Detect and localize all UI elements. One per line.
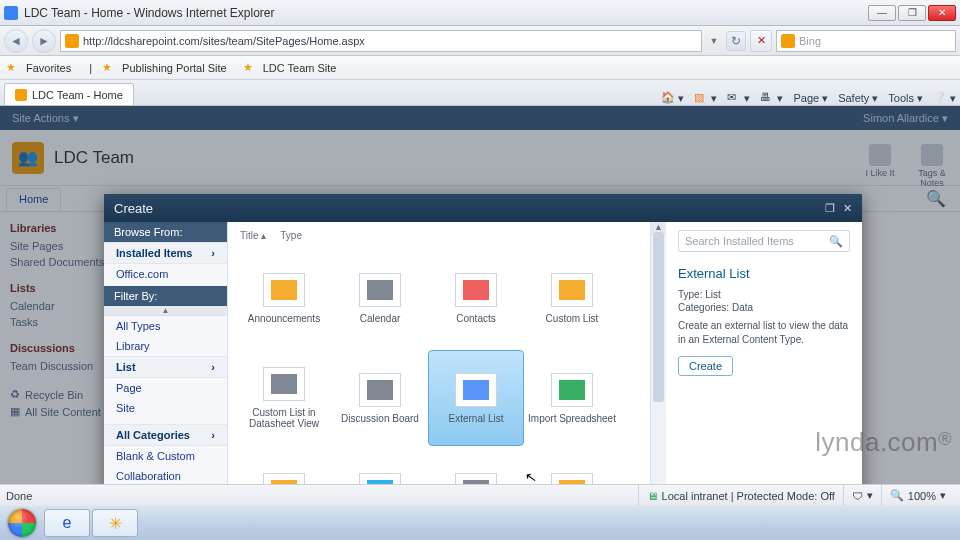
browser-search[interactable]: Bing (776, 30, 956, 52)
create-dialog: Create ❐ ✕ Browse From: Installed Items›… (104, 194, 862, 484)
gallery-item-import-spreadsheet[interactable]: Import Spreadsheet (524, 350, 620, 446)
dialog-maximize-button[interactable]: ❐ (825, 202, 835, 215)
refresh-button[interactable]: ↻ (726, 31, 746, 51)
gallery-item-project-tasks[interactable]: Project Tasks (428, 450, 524, 484)
browser-tab[interactable]: LDC Team - Home (4, 83, 134, 105)
gallery-item-links[interactable]: Links (332, 450, 428, 484)
taskbar-app[interactable]: ✳ (92, 509, 138, 537)
gallery-item-external-list[interactable]: External List (428, 350, 524, 446)
home-menu[interactable]: 🏠▾ (661, 91, 684, 105)
feeds-menu[interactable]: ▧▾ (694, 91, 717, 105)
template-icon (263, 367, 305, 401)
window-title: LDC Team - Home - Windows Internet Explo… (24, 6, 868, 20)
fav-icon-1: ★ (102, 61, 112, 74)
safety-menu[interactable]: Safety ▾ (838, 92, 878, 105)
bing-icon (781, 34, 795, 48)
ie-taskbar-icon: e (63, 514, 72, 532)
browser-tab-strip: LDC Team - Home 🏠▾ ▧▾ ✉▾ 🖶▾ Page ▾ Safet… (0, 80, 960, 106)
window-titlebar: LDC Team - Home - Windows Internet Explo… (0, 0, 960, 26)
gallery-item-label: External List (448, 413, 503, 424)
template-icon (551, 273, 593, 307)
windows-orb-icon (8, 509, 36, 537)
filter-all-types[interactable]: All Types (104, 316, 227, 336)
maximize-button[interactable]: ❐ (898, 5, 926, 21)
ie-command-bar: 🏠▾ ▧▾ ✉▾ 🖶▾ Page ▾ Safety ▾ Tools ▾ ❔▾ (134, 91, 956, 105)
help-menu[interactable]: ❔▾ (933, 91, 956, 105)
filter-list[interactable]: List› (104, 356, 227, 378)
dialog-titlebar: Create ❐ ✕ (104, 194, 862, 222)
page-menu[interactable]: Page ▾ (793, 92, 828, 105)
zoom-control[interactable]: 🔍100% ▾ (881, 485, 954, 506)
security-zone[interactable]: 🖥 Local intranet | Protected Mode: Off (638, 485, 843, 506)
mail-menu[interactable]: ✉▾ (727, 91, 750, 105)
chevron-right-icon: › (211, 247, 215, 259)
template-icon (551, 373, 593, 407)
taskbar-ie[interactable]: e (44, 509, 90, 537)
search-placeholder-text: Search Installed Items (685, 235, 794, 247)
gallery-item-custom-list-in-datasheet-view[interactable]: Custom List in Datasheet View (236, 350, 332, 446)
tools-menu[interactable]: Tools ▾ (888, 92, 923, 105)
filter-page[interactable]: Page (104, 378, 227, 398)
filter-by-header: Filter By: (104, 286, 227, 306)
tab-label: LDC Team - Home (32, 89, 123, 101)
ie-icon (4, 6, 18, 20)
address-dropdown[interactable]: ▼ (706, 36, 722, 46)
forward-button[interactable]: ► (32, 29, 56, 53)
template-icon (359, 373, 401, 407)
gallery-scrollbar[interactable]: ▲ ▼ (650, 222, 666, 484)
browse-from-header: Browse From: (104, 222, 227, 242)
sort-by-title[interactable]: Title ▴ (240, 230, 266, 241)
gallery-sort-header: Title ▴ Type (228, 222, 650, 248)
gallery-item-label: Custom List (546, 313, 599, 324)
gallery-item-announcements[interactable]: Announcements (236, 250, 332, 346)
chevron-right-icon: › (211, 429, 215, 441)
create-button[interactable]: Create (678, 356, 733, 376)
close-button[interactable]: ✕ (928, 5, 956, 21)
filter-library[interactable]: Library (104, 336, 227, 356)
protected-mode-toggle[interactable]: 🛡▾ (843, 485, 881, 506)
gallery-item-contacts[interactable]: Contacts (428, 250, 524, 346)
template-icon (551, 473, 593, 485)
template-icon (359, 273, 401, 307)
minimize-button[interactable]: — (868, 5, 896, 21)
gallery-item-status-list[interactable]: Status List (524, 450, 620, 484)
sidebar-office-com[interactable]: Office.com (104, 264, 227, 284)
address-bar[interactable]: http://ldcsharepoint.com/sites/team/Site… (60, 30, 702, 52)
filter-site[interactable]: Site (104, 398, 227, 418)
favorite-link-1[interactable]: Publishing Portal Site (122, 62, 227, 74)
dialog-title: Create (114, 201, 153, 216)
favorites-star-icon[interactable]: ★ (6, 61, 16, 74)
browser-statusbar: Done 🖥 Local intranet | Protected Mode: … (0, 484, 960, 506)
intranet-icon: 🖥 (647, 490, 658, 502)
back-button[interactable]: ◄ (4, 29, 28, 53)
shield-icon: 🛡 (852, 490, 863, 502)
filter-all-categories[interactable]: All Categories› (104, 424, 227, 446)
browser-navbar: ◄ ► http://ldcsharepoint.com/sites/team/… (0, 26, 960, 56)
search-installed-items[interactable]: Search Installed Items 🔍 (678, 230, 850, 252)
scroll-thumb[interactable] (653, 232, 664, 402)
favorites-label[interactable]: Favorites (26, 62, 71, 74)
sidebar-collapse-up[interactable]: ▲ (104, 306, 227, 316)
sidebar-installed-items[interactable]: Installed Items› (104, 242, 227, 264)
help-icon: ❔ (933, 91, 947, 105)
details-title: External List (678, 266, 850, 281)
search-icon: 🔍 (829, 235, 843, 248)
gallery-item-custom-list[interactable]: Custom List (524, 250, 620, 346)
dialog-close-button[interactable]: ✕ (843, 202, 852, 215)
template-icon (359, 473, 401, 485)
details-description: Create an external list to view the data… (678, 319, 850, 346)
print-menu[interactable]: 🖶▾ (760, 91, 783, 105)
details-categories: Categories: Data (678, 302, 850, 313)
sort-by-type[interactable]: Type (280, 230, 302, 241)
filter-blank-custom[interactable]: Blank & Custom (104, 446, 227, 466)
favorite-link-2[interactable]: LDC Team Site (263, 62, 337, 74)
fav-icon-2: ★ (243, 61, 253, 74)
gallery-item-discussion-board[interactable]: Discussion Board (332, 350, 428, 446)
filter-collaboration[interactable]: Collaboration (104, 466, 227, 484)
start-button[interactable] (2, 508, 42, 538)
chevron-right-icon: › (211, 361, 215, 373)
gallery-item-calendar[interactable]: Calendar (332, 250, 428, 346)
stop-button[interactable]: ✕ (750, 30, 772, 52)
gallery-item-label: Discussion Board (341, 413, 419, 424)
gallery-item-issue-tracking[interactable]: Issue Tracking (236, 450, 332, 484)
